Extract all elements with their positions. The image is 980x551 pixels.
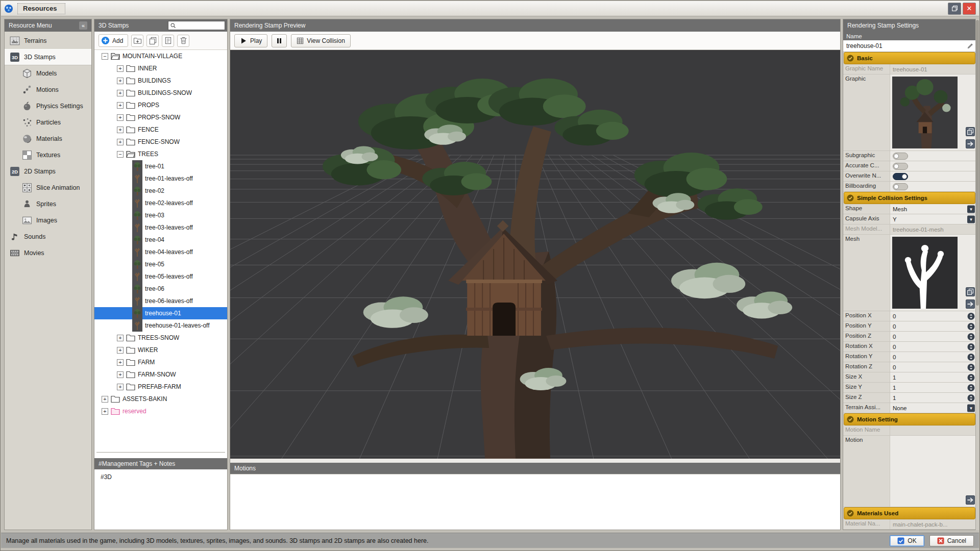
ok-button[interactable]: OK [890, 535, 924, 546]
search-box[interactable] [168, 21, 225, 30]
expand-toggle-icon[interactable]: + [117, 90, 124, 96]
management-notes-area[interactable]: #3D [94, 469, 227, 530]
tree-item-buildings[interactable]: +BUILDINGS [94, 74, 227, 87]
sidebar-item-images[interactable]: Images [5, 212, 91, 229]
tree-item-fence[interactable]: +FENCE [94, 123, 227, 136]
stepper-icon[interactable] [967, 322, 975, 330]
expand-toggle-icon[interactable]: + [117, 127, 124, 133]
tree-item-tree-01[interactable]: tree-01 [94, 160, 227, 172]
stepper-icon[interactable] [967, 384, 975, 391]
pause-button[interactable] [272, 34, 287, 47]
number-value[interactable]: 0 [893, 323, 896, 330]
add-folder-button[interactable] [131, 35, 143, 47]
tree-item-prefab-farm[interactable]: +PREFAB-FARM [94, 381, 227, 393]
tree-item-farm-snow[interactable]: +FARM-SNOW [94, 368, 227, 381]
stepper-icon[interactable] [967, 353, 975, 361]
sidebar-item-materials[interactable]: Materials [5, 131, 91, 147]
sidebar-item-physics-settings[interactable]: Physics Settings [5, 98, 91, 114]
stepper-icon[interactable] [967, 373, 975, 381]
number-value[interactable]: 1 [893, 395, 896, 401]
view-collision-button[interactable]: View Collision [291, 34, 350, 47]
number-value[interactable]: 1 [893, 385, 896, 391]
number-value[interactable]: 0 [893, 334, 896, 340]
dropdown-arrow-icon[interactable]: ▼ [967, 205, 975, 213]
expand-toggle-icon[interactable]: + [117, 347, 124, 354]
stepper-icon[interactable] [967, 333, 975, 340]
arrow-right-icon[interactable] [966, 495, 975, 505]
stepper-icon[interactable] [967, 363, 975, 371]
restore-button[interactable] [948, 3, 961, 15]
tree-item-tree-04[interactable]: tree-04 [94, 234, 227, 246]
close-button[interactable]: ✕ [963, 3, 976, 15]
expand-toggle-icon[interactable]: + [117, 384, 124, 390]
tree-item-tree-02[interactable]: tree-02 [94, 185, 227, 197]
arrow-right-icon[interactable] [966, 299, 975, 309]
tree-item-tree-03-leaves-off[interactable]: tree-03-leaves-off [94, 221, 227, 234]
expand-toggle-icon[interactable]: + [117, 335, 124, 341]
toggle-billboarding[interactable] [893, 183, 908, 190]
expand-toggle-icon[interactable]: + [102, 408, 108, 415]
tree-item-tree-06-leaves-off[interactable]: tree-06-leaves-off [94, 295, 227, 307]
toggle-subgraphic[interactable] [893, 153, 908, 160]
arrow-right-icon[interactable] [966, 139, 975, 148]
tree-item-tree-06[interactable]: tree-06 [94, 283, 227, 295]
collapse-toggle-icon[interactable]: − [102, 53, 108, 60]
tree-item-tree-02-leaves-off[interactable]: tree-02-leaves-off [94, 197, 227, 209]
paste-button[interactable] [162, 35, 174, 47]
name-input[interactable] [845, 42, 967, 50]
dropdown-arrow-icon[interactable]: ▼ [967, 404, 975, 412]
sidebar-item-sounds[interactable]: Sounds [5, 229, 91, 245]
tree-item-treehouse-01[interactable]: treehouse-01 [94, 307, 227, 319]
number-value[interactable]: 0 [893, 364, 896, 370]
settings-scrollbar[interactable] [975, 19, 979, 530]
sidebar-item-2d-stamps[interactable]: 2D2D Stamps [5, 163, 91, 180]
sidebar-item-motions[interactable]: Motions [5, 82, 91, 98]
expand-toggle-icon[interactable]: + [117, 139, 124, 145]
tree-item-tree-03[interactable]: tree-03 [94, 209, 227, 221]
tree-splitter[interactable] [96, 452, 225, 453]
scrollbar-thumb[interactable] [976, 20, 979, 306]
sidebar-item-textures[interactable]: Textures [5, 147, 91, 163]
collapse-sidebar-button[interactable]: « [79, 21, 87, 30]
thumbnail-motion[interactable] [892, 438, 958, 505]
tree-item-farm[interactable]: +FARM [94, 356, 227, 368]
stepper-icon[interactable] [967, 312, 975, 320]
tree-item-props-snow[interactable]: +PROPS-SNOW [94, 111, 227, 123]
tree-item-inner[interactable]: +INNER [94, 62, 227, 74]
number-value[interactable]: 1 [893, 374, 896, 381]
tree-item-wiker[interactable]: +WIKER [94, 344, 227, 356]
tree-item-tree-05-leaves-off[interactable]: tree-05-leaves-off [94, 270, 227, 283]
expand-toggle-icon[interactable]: + [117, 371, 124, 378]
number-value[interactable]: 0 [893, 344, 896, 350]
sidebar-item-slice-animation[interactable]: Slice Animation [5, 180, 91, 196]
sidebar-item-models[interactable]: Models [5, 65, 91, 82]
add-button[interactable]: Add [99, 34, 128, 47]
play-button[interactable]: Play [234, 34, 267, 47]
edit-name-icon[interactable] [967, 42, 974, 49]
tree-item-trees[interactable]: −TREES [94, 148, 227, 160]
section-header-simple-collision-settings[interactable]: Simple Collision Settings [844, 192, 975, 204]
tree-item-mountain-village[interactable]: −MOUNTAIN-VILLAGE [94, 50, 227, 62]
search-input[interactable] [177, 22, 223, 29]
section-header-materials-used[interactable]: Materials Used [844, 507, 975, 519]
expand-toggle-icon[interactable]: + [117, 114, 124, 121]
cancel-button[interactable]: Cancel [929, 535, 974, 546]
preview-viewport[interactable] [230, 50, 840, 459]
section-header-basic[interactable]: Basic [844, 52, 975, 64]
tree-item-props[interactable]: +PROPS [94, 99, 227, 111]
sidebar-item-3d-stamps[interactable]: 3D3D Stamps [5, 49, 91, 65]
toggle-accurate-c[interactable] [893, 163, 908, 170]
stepper-icon[interactable] [967, 343, 975, 350]
number-value[interactable]: 0 [893, 313, 896, 319]
tree-item-assets-bakin[interactable]: +ASSETS-BAKIN [94, 393, 227, 405]
copy-stack-icon[interactable] [966, 287, 975, 296]
sidebar-item-particles[interactable]: Particles [5, 114, 91, 131]
tree-item-tree-04-leaves-off[interactable]: tree-04-leaves-off [94, 246, 227, 258]
tree-item-buildings-snow[interactable]: +BUILDINGS-SNOW [94, 87, 227, 99]
motions-list[interactable] [230, 474, 840, 530]
sidebar-item-movies[interactable]: Movies [5, 245, 91, 261]
thumbnail-graphic[interactable] [892, 77, 958, 148]
copy-stack-icon[interactable] [966, 127, 975, 136]
tree-item-tree-05[interactable]: tree-05 [94, 258, 227, 270]
expand-toggle-icon[interactable]: + [117, 102, 124, 109]
